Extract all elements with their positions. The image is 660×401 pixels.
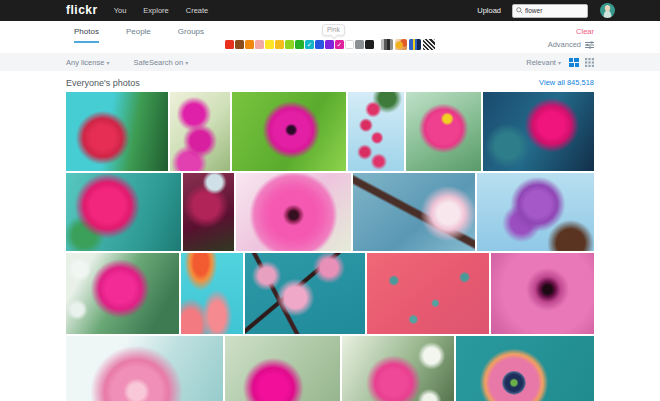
search-header: Photos People Groups Clear Pink ✓✓ Advan… [0, 21, 660, 53]
photo-veined-pink-petunia[interactable] [491, 253, 594, 334]
color-swatch-white[interactable] [345, 40, 354, 49]
photo-pink-hibiscus-teal[interactable] [66, 173, 181, 251]
photo-crimson-flower-cluster[interactable] [183, 173, 234, 251]
chevron-down-icon: ▾ [558, 60, 561, 66]
color-swatch-yellow[interactable] [265, 40, 274, 49]
photo-grid-row [66, 173, 594, 251]
style-filter-black-and-white[interactable] [381, 39, 393, 50]
photo-pink-oleander-cluster[interactable] [66, 253, 179, 334]
color-swatch-black[interactable] [365, 40, 374, 49]
photo-pink-rose-white-blossoms[interactable] [342, 336, 454, 401]
photo-magenta-petunias-cluster[interactable] [170, 92, 230, 171]
color-swatch-gray[interactable] [355, 40, 364, 49]
color-swatch-row: ✓✓ [225, 40, 374, 49]
flickr-search-page: flickr You Explore Create Upload Photos … [0, 0, 660, 401]
style-filter-shallow-depth-of-field[interactable] [395, 39, 407, 50]
photo-pink-cosmos-with-bee[interactable] [406, 92, 481, 171]
top-navbar: flickr You Explore Create Upload [0, 0, 660, 21]
view-all-link[interactable]: View all 845,518 [539, 78, 594, 87]
photo-coral-vine-blossoms[interactable] [348, 92, 404, 171]
photo-red-rose-teal-sky[interactable] [66, 92, 168, 171]
pink-tooltip: Pink [322, 24, 345, 36]
chevron-down-icon: ▾ [185, 60, 188, 66]
photo-pink-tulips-cyan[interactable] [181, 253, 243, 334]
license-dropdown[interactable]: Any license ▾ [66, 58, 109, 67]
tab-photos[interactable]: Photos [74, 27, 99, 43]
photo-pink-flower-field[interactable] [367, 253, 489, 334]
photo-magenta-verbena-leaves[interactable] [225, 336, 340, 401]
search-input[interactable] [525, 7, 583, 14]
nav-link-explore[interactable]: Explore [143, 6, 168, 15]
color-swatch-purple[interactable] [325, 40, 334, 49]
sort-dropdown[interactable]: Relevant ▾ [526, 58, 561, 67]
photo-pink-gerbera-daisy[interactable] [236, 173, 351, 251]
advanced-button[interactable]: Advanced [548, 40, 594, 49]
upload-button[interactable]: Upload [477, 6, 501, 15]
page-title: Everyone's photos [66, 78, 140, 88]
safesearch-dropdown[interactable]: SafeSearch on ▾ [133, 58, 188, 67]
photo-grid-row [66, 92, 594, 171]
check-icon: ✓ [305, 40, 314, 49]
flickr-logo[interactable]: flickr [66, 0, 98, 21]
photo-grid-row [66, 253, 594, 334]
style-filter-row [381, 39, 435, 50]
view-mode-toggle [569, 58, 594, 67]
photo-grid [66, 92, 594, 401]
magnifier-icon [516, 7, 523, 14]
sliders-icon [585, 41, 594, 49]
chevron-down-icon: ▾ [106, 60, 109, 66]
style-filter-minimalist[interactable] [409, 39, 421, 50]
advanced-label: Advanced [548, 40, 581, 49]
tab-people[interactable]: People [126, 27, 151, 43]
color-swatch-cyan[interactable]: ✓ [305, 40, 314, 49]
justified-view-icon[interactable] [569, 58, 579, 67]
color-swatch-peach-pink[interactable] [255, 40, 264, 49]
photo-blossom-branch-teal-sky[interactable] [353, 173, 475, 251]
photo-pink-rose-closeup[interactable] [66, 336, 223, 401]
nav-link-you[interactable]: You [114, 6, 127, 15]
color-swatch-green[interactable] [295, 40, 304, 49]
color-swatch-blue[interactable] [315, 40, 324, 49]
color-swatch-red[interactable] [225, 40, 234, 49]
photo-pink-hibiscus-blue-foliage[interactable] [483, 92, 594, 171]
user-avatar[interactable] [600, 3, 615, 18]
color-swatch-light-green[interactable] [285, 40, 294, 49]
results-toolbar: Any license ▾ SafeSearch on ▾ Relevant ▾ [0, 53, 660, 71]
nav-link-create[interactable]: Create [186, 6, 209, 15]
photo-cherry-blossom-branches[interactable] [245, 253, 365, 334]
color-swatch-dark-brown[interactable] [235, 40, 244, 49]
search-box[interactable] [512, 4, 588, 18]
photo-pink-petunia-green-field[interactable] [232, 92, 346, 171]
tab-groups[interactable]: Groups [178, 27, 204, 43]
nav-links: You Explore Create [114, 6, 209, 15]
color-swatch-amber[interactable] [275, 40, 284, 49]
grid-view-icon[interactable] [585, 58, 594, 67]
style-filter-patterns[interactable] [423, 39, 435, 50]
color-swatch-orange[interactable] [245, 40, 254, 49]
photo-pink-daisy-teal[interactable] [456, 336, 594, 401]
photo-purple-crape-myrtle[interactable] [477, 173, 594, 251]
photo-grid-row [66, 336, 594, 401]
clear-filters-link[interactable]: Clear [576, 27, 594, 36]
check-icon: ✓ [335, 40, 344, 49]
results-header: Everyone's photos View all 845,518 [0, 76, 660, 89]
color-swatch-magenta-pink[interactable]: ✓ [335, 40, 344, 49]
